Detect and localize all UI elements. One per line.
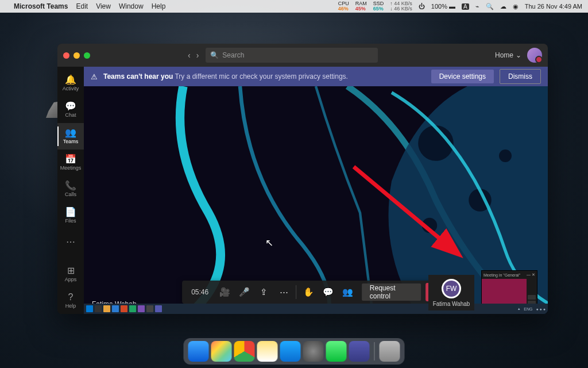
app-sidebar: 🔔Activity 💬Chat 👥Teams 📅Meetings 📞Calls … [57,67,84,314]
svg-point-3 [422,218,437,233]
dock-launchpad[interactable] [211,341,232,362]
svg-point-4 [499,150,512,162]
sidebar-item-calls[interactable]: 📞Calls [57,176,84,202]
self-name-label: Fatima Wahab [433,301,470,307]
search-placeholder: Search [222,51,244,59]
search-input[interactable]: 🔍 Search [206,48,378,63]
dock-messages[interactable] [326,341,347,362]
window-titlebar: ‹ › 🔍 Search Home ⌄ [57,44,548,67]
meeting-controls: 05:46 🎥 🎤 ⇪ ⋯ ✋ 💬 👥 Request control ✆ [182,281,450,304]
tb-icon [121,305,127,312]
request-control-button[interactable]: Request control [362,283,421,301]
org-switcher[interactable]: Home ⌄ [495,51,521,59]
cursor-icon: ↖ [265,237,273,249]
dock-trash[interactable] [380,341,400,362]
bluetooth-icon[interactable]: ⌁ [475,3,479,10]
clock[interactable]: Thu 26 Nov 4:49 AM [525,3,582,10]
participants-button[interactable]: 👥 [339,282,357,302]
mic-toggle-button[interactable]: 🎤 [235,282,253,302]
maximize-window-button[interactable] [84,52,90,59]
input-menu-icon[interactable]: A [462,3,469,10]
stat-ram: RAM45% [355,1,367,12]
menu-edit[interactable]: Edit [76,2,88,10]
meeting-timer: 05:46 [185,288,214,296]
sidebar-item-activity[interactable]: 🔔Activity [57,70,84,97]
menu-help[interactable]: Help [152,2,166,10]
calendar-icon: 📅 [65,155,76,164]
warning-icon: ⚠ [91,72,98,81]
siri-icon[interactable]: ◉ [513,3,519,10]
notification-bar: ⚠ Teams can't hear you Try a different m… [84,67,548,86]
meeting-stage: ↖ Meeting in "General"— ✕ 05:46 🎥 [84,86,548,314]
teams-window: ‹ › 🔍 Search Home ⌄ 🔔Activity 💬Chat 👥Tea… [57,44,548,314]
bell-icon: 🔔 [65,75,76,85]
tb-icon [112,305,119,312]
sidebar-item-more[interactable]: ⋯ [57,229,84,255]
nav-arrows: ‹ › [188,51,199,60]
nav-forward-icon[interactable]: › [196,51,199,60]
menu-view[interactable]: View [96,2,111,10]
power-icon[interactable]: ⏻ [419,3,425,10]
phone-icon: 📞 [65,181,76,190]
window-controls [63,52,90,59]
spotlight-icon[interactable]: 🔍 [486,3,494,10]
close-window-button[interactable] [63,52,69,59]
tb-icon [155,305,162,312]
tb-icon [138,305,145,312]
share-screen-button[interactable]: ⇪ [255,282,273,302]
device-settings-button[interactable]: Device settings [431,70,494,83]
stat-cpu: CPU46% [338,1,349,12]
help-icon: ? [68,293,74,302]
chat-panel-button[interactable]: 💬 [319,282,337,302]
mini-meeting-panel[interactable]: Meeting in "General"— ✕ [481,270,537,306]
more-actions-button[interactable]: ⋯ [274,282,293,302]
macos-menubar: Microsoft Teams Edit View Window Help CP… [0,0,588,13]
macos-dock [184,338,405,365]
files-icon: 📄 [65,208,76,217]
profile-avatar[interactable] [527,48,542,63]
tb-systray: ▴ENG● ● ● [518,306,546,311]
dock-finder[interactable] [188,341,209,362]
control-center-icon[interactable]: ☁ [500,3,506,10]
nav-back-icon[interactable]: ‹ [188,51,191,60]
teams-icon: 👥 [65,128,76,137]
dock-chrome[interactable] [234,341,255,362]
sidebar-item-teams[interactable]: 👥Teams [57,123,84,150]
win-start-icon [86,305,93,312]
self-avatar: FW [442,279,461,298]
stat-ssd: SSD65% [373,1,384,12]
menu-window[interactable]: Window [119,2,144,10]
dismiss-button[interactable]: Dismiss [500,69,541,84]
tb-icon [103,305,110,312]
sidebar-item-files[interactable]: 📄Files [57,202,84,229]
minimize-window-button[interactable] [74,52,80,59]
stat-network: ↑ 44 KB/s↓ 46 KB/s [390,1,412,12]
app-name[interactable]: Microsoft Teams [14,2,68,10]
tb-icon [146,305,153,312]
self-video-tile[interactable]: FW Fatima Wahab [428,275,474,310]
shared-windows-taskbar: ▴ENG● ● ● [84,304,548,314]
tb-icon [129,305,136,312]
raise-hand-button[interactable]: ✋ [299,282,318,302]
notification-message: Teams can't hear you Try a different mic… [103,72,348,80]
camera-toggle-button[interactable]: 🎥 [215,282,234,302]
search-icon: 🔍 [210,51,219,59]
ellipsis-icon: ⋯ [66,237,75,247]
dock-notes[interactable] [257,341,278,362]
dock-teams[interactable] [349,341,370,362]
battery-status[interactable]: 100% ▬ [431,3,455,10]
sidebar-item-apps[interactable]: ⊞Apps [57,261,84,288]
chevron-down-icon: ⌄ [516,51,521,59]
shared-screen: ↖ Meeting in "General"— ✕ 05:46 🎥 [84,86,548,314]
dock-settings[interactable] [303,341,324,362]
sidebar-item-meetings[interactable]: 📅Meetings [57,150,84,176]
sidebar-item-help[interactable]: ?Help [57,288,84,314]
content-area: ⚠ Teams can't hear you Try a different m… [84,67,548,314]
apps-icon: ⊞ [67,266,75,275]
sidebar-item-chat[interactable]: 💬Chat [57,97,84,123]
chat-icon: 💬 [65,102,76,111]
dock-appstore[interactable] [280,341,301,362]
dock-separator [374,342,375,361]
tb-icon [95,305,102,312]
